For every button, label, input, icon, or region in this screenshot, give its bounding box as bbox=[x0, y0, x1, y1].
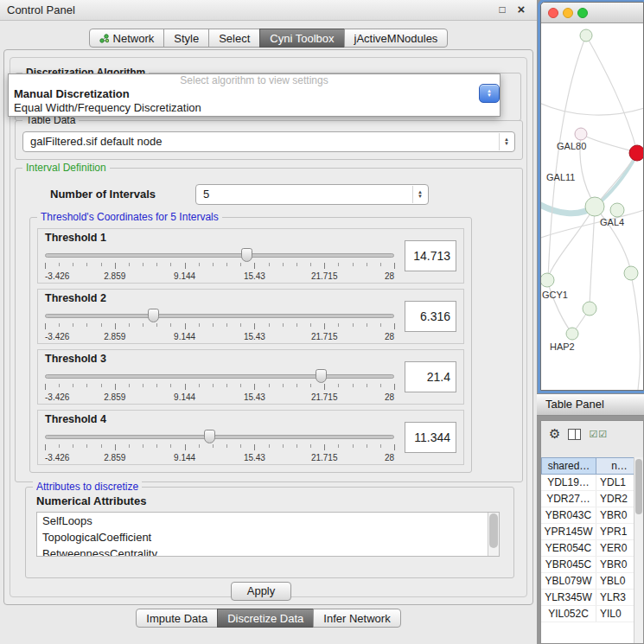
tab-infer-network[interactable]: Infer Network bbox=[313, 609, 400, 628]
table-row[interactable]: YPR145WYPR1 bbox=[541, 524, 643, 540]
numerical-attributes-label: Numerical Attributes bbox=[36, 494, 146, 507]
attribute-item-selfloops[interactable]: SelfLoops bbox=[37, 513, 499, 529]
table-row[interactable]: YBL079WYBL0 bbox=[541, 573, 643, 590]
slider-track[interactable] bbox=[45, 253, 394, 258]
attribute-item-topologicalcoefficient[interactable]: TopologicalCoefficient bbox=[37, 529, 499, 545]
slider-ticks bbox=[45, 263, 394, 270]
algorithm-option-list: Manual DiscretizationEqual Width/Frequen… bbox=[9, 87, 500, 115]
tab-impute-data[interactable]: Impute Data bbox=[136, 609, 218, 628]
table-row[interactable]: YBR043CYBR0 bbox=[541, 507, 643, 524]
slider-track[interactable] bbox=[45, 374, 394, 379]
threshold-value-field[interactable]: 11.344 bbox=[405, 422, 456, 453]
num-intervals-combo[interactable]: 5 ▲▼ bbox=[195, 184, 429, 205]
tab-cyni-toolbox[interactable]: Cyni Toolbox bbox=[259, 29, 344, 48]
slider-scale: -3.4262.8599.14415.4321.71528 bbox=[45, 332, 394, 341]
threshold-slider[interactable]: -3.4262.8599.14415.4321.71528 bbox=[45, 246, 394, 283]
attributes-items: SelfLoopsTopologicalCoefficientBetweenne… bbox=[37, 513, 499, 557]
threshold-panel-1: Threshold 1-3.4262.8599.14415.4321.71528… bbox=[37, 228, 464, 284]
network-canvas[interactable]: GAL80GAL11GAL4GCY1HAP2 bbox=[541, 23, 643, 390]
interval-group-title: Interval Definition bbox=[22, 162, 110, 174]
network-edge bbox=[590, 207, 595, 307]
node-label-gal80: GAL80 bbox=[557, 141, 586, 151]
threshold-slider[interactable]: -3.4262.8599.14415.4321.71528 bbox=[45, 428, 394, 464]
tab-network[interactable]: Network bbox=[89, 29, 165, 48]
columns-icon[interactable] bbox=[568, 429, 581, 440]
tab-discretize-data[interactable]: Discretize Data bbox=[217, 609, 314, 628]
tab-jactivemnodules[interactable]: jActiveMNodules bbox=[344, 29, 449, 48]
slider-track[interactable] bbox=[45, 435, 394, 439]
slider-track[interactable] bbox=[45, 314, 394, 318]
float-window-icon[interactable]: □ bbox=[495, 3, 509, 16]
table-row[interactable]: YLR345WYLR3 bbox=[541, 590, 643, 606]
network-node[interactable] bbox=[566, 328, 578, 340]
network-node[interactable] bbox=[585, 197, 604, 216]
network-node[interactable] bbox=[575, 128, 587, 140]
algorithm-hint: Select algorithm to view settings bbox=[9, 74, 500, 87]
cell-shared-name: YBR045C bbox=[541, 557, 596, 572]
tab-select[interactable]: Select bbox=[208, 29, 260, 48]
network-window-titlebar bbox=[541, 3, 643, 23]
tab-label: Infer Network bbox=[323, 612, 390, 625]
num-intervals-label: Number of Intervals bbox=[50, 188, 156, 201]
network-icon bbox=[99, 34, 109, 43]
slider-thumb[interactable] bbox=[316, 369, 327, 383]
tab-style[interactable]: Style bbox=[163, 29, 209, 48]
column-checkbox-icons[interactable]: ☑☑ bbox=[589, 429, 608, 440]
list-scrollbar[interactable] bbox=[488, 513, 499, 556]
table-scrollbar-thumb[interactable] bbox=[635, 459, 642, 514]
algorithm-option-manual-discretization[interactable]: Manual Discretization bbox=[9, 87, 500, 101]
slider-thumb[interactable] bbox=[204, 430, 215, 443]
cell-shared-name: YIL052C bbox=[541, 606, 596, 622]
column-header-shared-name[interactable]: shared… bbox=[541, 457, 596, 475]
network-node[interactable] bbox=[541, 273, 554, 287]
network-node[interactable] bbox=[610, 203, 624, 217]
table-row[interactable]: YDL19…YDL1 bbox=[541, 475, 643, 491]
slider-thumb[interactable] bbox=[148, 309, 159, 322]
network-node[interactable] bbox=[583, 302, 596, 316]
top-tab-bar: NetworkStyleSelectCyni ToolboxjActiveMNo… bbox=[0, 29, 537, 48]
network-node-selected[interactable] bbox=[629, 145, 643, 161]
table-scrollbar[interactable] bbox=[634, 457, 643, 643]
slider-scale: -3.4262.8599.14415.4321.71528 bbox=[45, 271, 394, 281]
table-panel-titlebar: Table Panel bbox=[537, 393, 644, 416]
table-row[interactable]: YDR27…YDR2 bbox=[541, 491, 643, 507]
network-node[interactable] bbox=[580, 29, 592, 41]
table-row[interactable]: YER054CYER0 bbox=[541, 540, 643, 557]
threshold-slider[interactable]: -3.4262.8599.14415.4321.71528 bbox=[45, 367, 394, 404]
thresholds-group: Threshold's Coordinates for 5 Intervals … bbox=[29, 217, 472, 473]
threshold-slider[interactable]: -3.4262.8599.14415.4321.71528 bbox=[45, 307, 394, 343]
algorithm-option-equal-width-frequency-discretization[interactable]: Equal Width/Frequency Discretization bbox=[9, 101, 500, 115]
threshold-value-field[interactable]: 6.316 bbox=[405, 301, 456, 332]
network-edge bbox=[547, 207, 595, 279]
cell-shared-name: YDR27… bbox=[541, 491, 596, 507]
threshold-value-field[interactable]: 21.4 bbox=[405, 361, 456, 392]
apply-button[interactable]: Apply bbox=[231, 582, 291, 601]
close-traffic-light-icon[interactable] bbox=[548, 8, 558, 18]
threshold-panel-3: Threshold 3-3.4262.8599.14415.4321.71528… bbox=[37, 349, 464, 405]
numerical-attributes-list[interactable]: SelfLoopsTopologicalCoefficientBetweenne… bbox=[36, 512, 500, 557]
gear-icon[interactable]: ⚙ bbox=[549, 426, 560, 442]
table-data-combo[interactable]: galFiltered.sif default node ▲▼ bbox=[22, 131, 515, 152]
slider-ticks bbox=[45, 323, 394, 330]
node-label-gcy1: GCY1 bbox=[542, 290, 568, 300]
close-icon[interactable]: × bbox=[514, 3, 528, 16]
window-title: Control Panel bbox=[7, 3, 75, 16]
attribute-item-betweennesscentrality[interactable]: BetweennessCentrality bbox=[37, 545, 499, 557]
cell-shared-name: YBL079W bbox=[541, 573, 596, 589]
minimize-traffic-light-icon[interactable] bbox=[563, 8, 573, 18]
combo-stepper-icon[interactable]: ▲▼ bbox=[412, 186, 427, 203]
table-row[interactable]: YBR045CYBR0 bbox=[541, 557, 643, 573]
table-toolbar: ⚙ ☑☑ bbox=[541, 421, 643, 447]
zoom-traffic-light-icon[interactable] bbox=[577, 8, 588, 18]
control-panel-titlebar: Control Panel □ × bbox=[0, 0, 537, 21]
cell-shared-name: YPR145W bbox=[541, 524, 596, 539]
cell-shared-name: YLR345W bbox=[541, 590, 596, 605]
slider-thumb[interactable] bbox=[241, 248, 252, 262]
algorithm-combo-stepper[interactable]: ▲▼ bbox=[479, 84, 500, 103]
combo-stepper-icon[interactable]: ▲▼ bbox=[499, 133, 513, 150]
network-node[interactable] bbox=[624, 266, 638, 280]
list-scrollbar-thumb[interactable] bbox=[489, 513, 498, 548]
thresholds-group-title: Threshold's Coordinates for 5 Intervals bbox=[37, 211, 222, 223]
threshold-value-field[interactable]: 14.713 bbox=[405, 240, 456, 271]
table-row[interactable]: YIL052CYIL0 bbox=[541, 606, 643, 622]
